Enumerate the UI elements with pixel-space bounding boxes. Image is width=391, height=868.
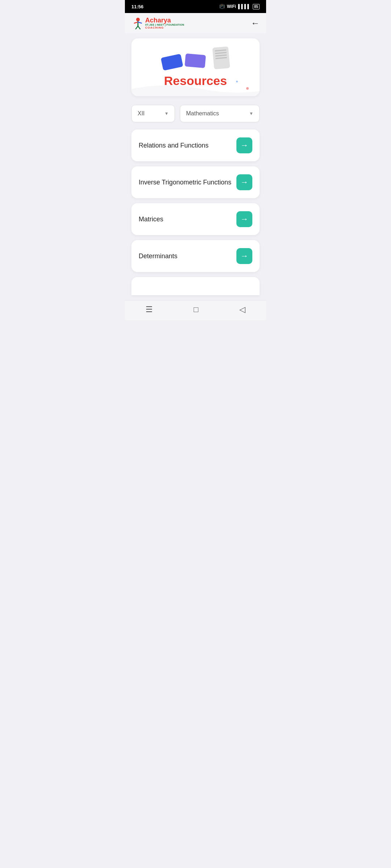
card-blue-icon [161,54,183,71]
arrow-icon-4: → [240,252,248,260]
topic-card-1[interactable]: Relations and Functions → [131,129,260,161]
subject-dropdown[interactable]: Mathematics ▼ [180,105,260,122]
logo: Acharya IIT-JEE | NEET | FOUNDATION COAC… [131,17,184,30]
menu-icon[interactable]: ☰ [146,305,153,314]
arrow-icon-3: → [240,215,248,223]
back-nav-icon[interactable]: ◁ [239,305,245,314]
status-time: 11:56 [131,4,143,9]
topic-name-4: Determinants [139,252,177,260]
battery-icon: 85 [253,4,260,9]
arrow-icon-1: → [240,141,248,149]
banner-title: Resources [164,74,227,88]
class-dropdown-value: XII [138,110,145,117]
logo-icon [131,17,144,30]
card-gray-icon [212,46,230,69]
subject-dropdown-arrow: ▼ [249,111,253,116]
banner-decorations [162,47,229,69]
topic-arrow-btn-2[interactable]: → [236,174,252,190]
signal-icon: ▌▌▌▌ [238,4,251,9]
logo-coaching: COACHING [145,26,184,29]
home-icon[interactable]: □ [194,305,198,314]
bottom-nav: ☰ □ ◁ [125,300,266,320]
topic-card-5-partial[interactable] [131,277,260,295]
topic-arrow-btn-3[interactable]: → [236,211,252,227]
topic-arrow-btn-4[interactable]: → [236,248,252,264]
topic-card-2[interactable]: Inverse Trigonometric Functions → [131,166,260,198]
resources-banner: Resources [131,38,260,96]
logo-name: Acharya [145,17,184,24]
arrow-icon-2: → [240,178,248,186]
vibrate-icon: 📳 [219,4,225,9]
wifi-icon: WiFi [227,4,236,9]
topic-name-2: Inverse Trigonometric Functions [139,179,231,186]
topic-arrow-btn-1[interactable]: → [236,137,252,153]
topic-card-4[interactable]: Determinants → [131,240,260,272]
subject-dropdown-value: Mathematics [186,110,219,117]
filters-row: XII ▼ Mathematics ▼ [131,105,260,122]
svg-line-4 [136,26,138,29]
back-button[interactable]: ← [251,18,260,28]
status-bar: 11:56 📳 WiFi ▌▌▌▌ 85 [125,0,266,13]
header: Acharya IIT-JEE | NEET | FOUNDATION COAC… [125,13,266,33]
class-dropdown[interactable]: XII ▼ [131,105,175,122]
logo-subtitle: IIT-JEE | NEET | FOUNDATION [145,24,184,26]
card-purple-icon [185,54,206,68]
svg-line-5 [138,26,140,29]
topic-name-1: Relations and Functions [139,142,209,149]
topics-list: Relations and Functions → Inverse Trigon… [131,129,260,295]
logo-text: Acharya IIT-JEE | NEET | FOUNDATION COAC… [145,17,184,29]
status-icons: 📳 WiFi ▌▌▌▌ 85 [219,4,260,9]
topic-name-3: Matrices [139,216,163,223]
class-dropdown-arrow: ▼ [164,111,169,116]
topic-card-3[interactable]: Matrices → [131,203,260,235]
